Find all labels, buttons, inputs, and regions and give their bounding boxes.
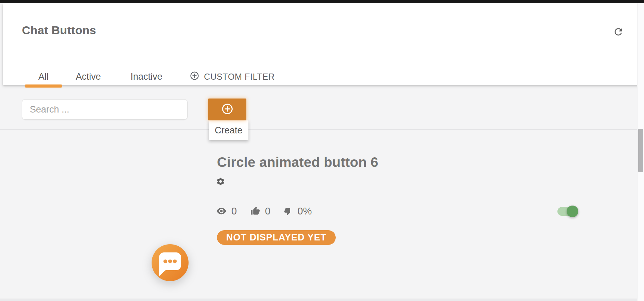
refresh-button[interactable]: [610, 24, 626, 40]
eye-icon: [216, 206, 227, 216]
plus-circle-icon: [221, 103, 234, 116]
page-title: Chat Buttons: [22, 24, 96, 37]
create-tooltip[interactable]: Create: [209, 120, 248, 140]
chat-buttons-screen: Chat Buttons All Active Inactive CUSTOM …: [0, 0, 644, 301]
status-badge: NOT DISPLAYED YET: [217, 230, 336, 245]
header: Chat Buttons All Active Inactive CUSTOM …: [3, 3, 644, 85]
chat-bubble-icon: [148, 281, 192, 286]
toggle-knob: [567, 206, 578, 217]
rate-stat: 0%: [284, 206, 312, 217]
search-input[interactable]: [22, 99, 188, 120]
custom-filter-button[interactable]: CUSTOM FILTER: [190, 69, 275, 84]
views-stat: 0: [216, 206, 237, 217]
panel-divider: [206, 129, 206, 299]
settings-button[interactable]: [214, 176, 227, 188]
bottom-strip: [0, 299, 637, 301]
tab-inactive[interactable]: Inactive: [123, 69, 170, 84]
top-strip: [0, 0, 644, 3]
active-toggle[interactable]: [557, 207, 577, 216]
create-button[interactable]: [208, 99, 246, 120]
active-tab-indicator: [25, 84, 62, 88]
chat-button-preview[interactable]: [148, 240, 192, 285]
views-count: 0: [231, 206, 237, 217]
tab-all[interactable]: All: [25, 69, 62, 84]
scrollbar-thumb[interactable]: [638, 129, 643, 172]
gear-icon: [216, 177, 225, 187]
likes-stat: 0: [250, 206, 270, 217]
refresh-icon: [613, 26, 624, 38]
plus-circle-icon: [190, 71, 199, 83]
rate-value: 0%: [297, 206, 312, 217]
thumb-up-icon: [250, 206, 260, 216]
toolbar-divider: [0, 129, 637, 130]
likes-count: 0: [265, 206, 270, 217]
custom-filter-label: CUSTOM FILTER: [204, 72, 275, 82]
stats-row: 0 0 0%: [216, 204, 325, 218]
scrollbar-track[interactable]: [637, 3, 644, 301]
item-title: Circle animated button 6: [217, 155, 378, 170]
tab-active[interactable]: Active: [69, 69, 107, 84]
thumb-down-icon: [284, 207, 293, 215]
